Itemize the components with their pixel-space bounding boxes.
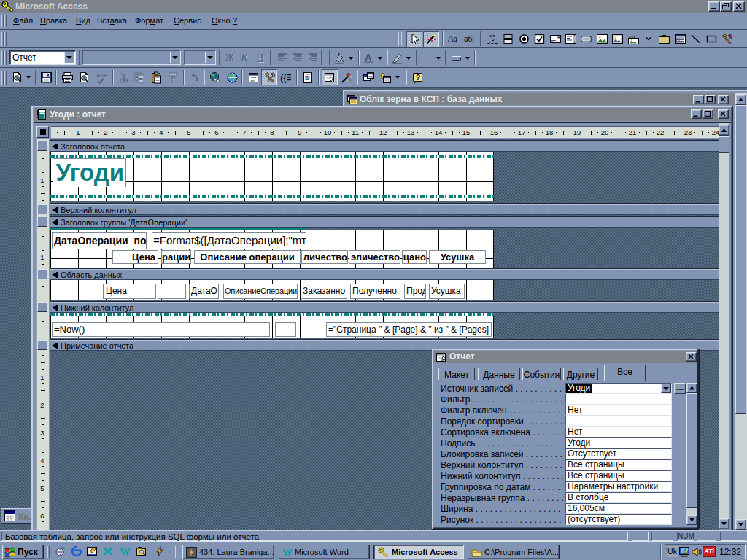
svg-text:аб|: аб| [464,35,474,43]
svg-text:({: ({ [280,72,287,83]
svg-text:W: W [282,548,293,559]
svg-text:АБВ: АБВ [96,73,107,78]
svg-text:xyz: xyz [629,34,635,39]
svg-text:W: W [120,546,131,558]
svg-text:?: ? [416,73,420,81]
svg-text:xyz: xyz [489,34,495,38]
svg-text:Aa: Aa [448,34,457,44]
svg-text:А: А [365,52,371,63]
